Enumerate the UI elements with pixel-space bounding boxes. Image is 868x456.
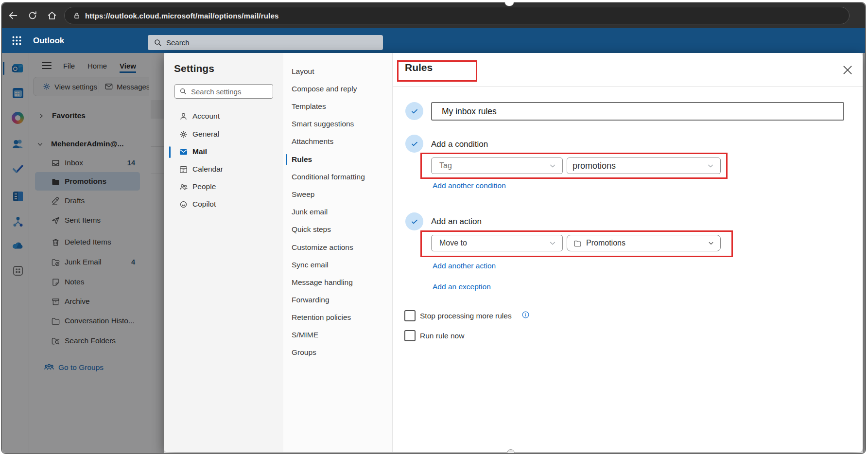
rule-name-input[interactable]: My inbox rules — [431, 102, 844, 121]
app-header: Outlook Search — [2, 28, 865, 53]
subnav-sweep[interactable]: Sweep — [292, 186, 389, 203]
app-body: File Home View He View settings Messages… — [2, 53, 865, 453]
app-title: Outlook — [33, 28, 64, 53]
settings-nav-mail[interactable]: Mail — [164, 143, 283, 160]
subnav-templates[interactable]: Templates — [292, 98, 389, 115]
add-another-action-link[interactable]: Add another action — [433, 262, 496, 270]
settings-nav-copilot[interactable]: Copilot — [164, 195, 283, 213]
run-rule-now-label: Run rule now — [420, 332, 464, 340]
search-icon — [154, 38, 162, 47]
subnav-attachments[interactable]: Attachments — [292, 133, 389, 150]
subnav-rules[interactable]: Rules — [292, 151, 389, 168]
lock-icon — [72, 11, 81, 20]
settings-search-box[interactable]: Search settings — [174, 84, 273, 99]
modal-dim-overlay-right — [863, 53, 865, 453]
app-launcher-button[interactable] — [12, 35, 22, 48]
subnav-conditional-formatting[interactable]: Conditional formatting — [292, 168, 389, 186]
settings-dialog: Settings Search settings Account General… — [164, 53, 863, 452]
condition-section-label: Add a condition — [431, 140, 488, 149]
settings-title: Settings — [174, 63, 214, 74]
waffle-icon — [12, 35, 22, 46]
rule-name-value: My inbox rules — [442, 106, 497, 117]
settings-nav-people[interactable]: People — [164, 178, 283, 195]
refresh-icon — [27, 10, 38, 21]
refresh-button[interactable] — [27, 10, 38, 23]
home-button[interactable] — [47, 10, 57, 23]
subnav-layout[interactable]: Layout — [292, 63, 389, 80]
mail-icon — [179, 147, 188, 157]
subnav-quick-steps[interactable]: Quick steps — [292, 221, 389, 238]
subnav-selected-bar — [286, 154, 287, 165]
search-icon — [179, 88, 187, 95]
gear-icon — [179, 130, 188, 139]
stop-processing-label: Stop processing more rules — [420, 312, 512, 320]
home-icon — [47, 10, 57, 21]
back-button[interactable] — [8, 10, 18, 23]
settings-nav-general[interactable]: General — [164, 125, 283, 143]
subnav-message-handling[interactable]: Message handling — [292, 274, 389, 291]
url-text: https://outlook.cloud.microsoft/mail/opt… — [85, 12, 279, 20]
settings-search-placeholder: Search settings — [191, 88, 241, 96]
rule-name-check-icon — [405, 102, 423, 120]
settings-nav-calendar[interactable]: Calendar — [164, 160, 283, 178]
subnav-sync-email[interactable]: Sync email — [292, 256, 389, 274]
subnav-retention-policies[interactable]: Retention policies — [292, 309, 389, 326]
action-check-icon — [405, 212, 423, 230]
global-search-placeholder: Search — [166, 38, 190, 47]
annotation-box-action — [420, 230, 733, 257]
action-section-label: Add an action — [431, 217, 482, 227]
mail-settings-subnav: Layout Compose and reply Templates Smart… — [284, 53, 393, 452]
subnav-compose[interactable]: Compose and reply — [292, 80, 389, 98]
info-icon[interactable] — [521, 311, 530, 321]
subnav-forwarding[interactable]: Forwarding — [292, 291, 389, 309]
close-icon — [841, 64, 854, 76]
condition-check-icon — [405, 135, 423, 153]
global-search-box[interactable]: Search — [148, 35, 383, 50]
annotation-box-condition — [420, 153, 728, 179]
person-icon — [179, 112, 188, 121]
copilot-icon — [179, 200, 188, 209]
bottom-notch — [507, 449, 515, 454]
subnav-groups[interactable]: Groups — [292, 344, 389, 361]
modal-dim-overlay-left — [2, 53, 164, 453]
back-icon — [8, 10, 18, 21]
people-icon — [179, 182, 188, 192]
settings-nav-account[interactable]: Account — [164, 107, 283, 125]
browser-window: https://outlook.cloud.microsoft/mail/opt… — [1, 2, 866, 454]
calendar-icon — [179, 165, 188, 174]
run-rule-now-checkbox[interactable] — [404, 330, 416, 341]
address-bar[interactable]: https://outlook.cloud.microsoft/mail/opt… — [64, 7, 850, 24]
add-another-condition-link[interactable]: Add another condition — [433, 181, 506, 190]
settings-nav-column: Settings Search settings Account General… — [164, 53, 283, 452]
subnav-junk-email[interactable]: Junk email — [292, 203, 389, 221]
annotation-box-title — [397, 60, 477, 82]
browser-toolbar: https://outlook.cloud.microsoft/mail/opt… — [2, 3, 865, 28]
subnav-smart-suggestions[interactable]: Smart suggestions — [292, 115, 389, 133]
subnav-smime[interactable]: S/MIME — [292, 326, 389, 344]
panel-divider — [393, 86, 863, 87]
add-exception-link[interactable]: Add an exception — [433, 282, 491, 291]
subnav-customize-actions[interactable]: Customize actions — [292, 239, 389, 256]
stop-processing-checkbox[interactable] — [404, 310, 416, 321]
close-button[interactable] — [841, 64, 854, 78]
